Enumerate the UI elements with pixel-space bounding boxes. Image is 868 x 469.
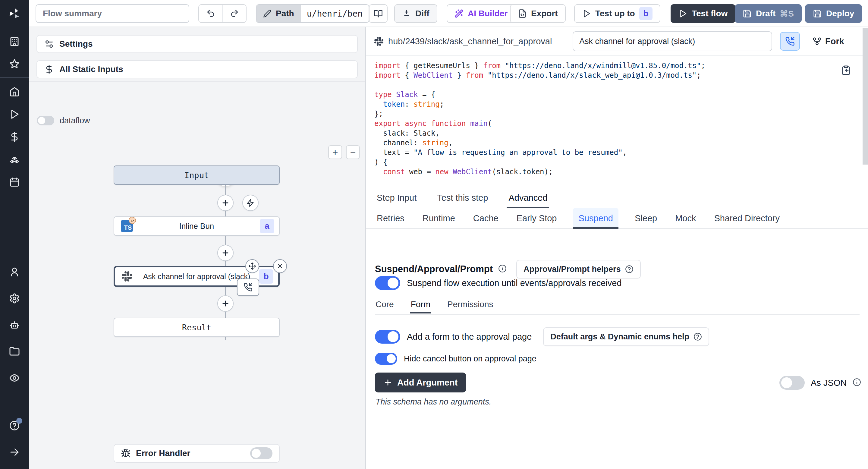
input-node[interactable]: Input: [114, 165, 280, 185]
tab-test-this-step[interactable]: Test this step: [435, 187, 490, 208]
hub-path[interactable]: hub/2439/slack/ask_channel_for_approval: [374, 36, 552, 46]
scrollbar-thumb[interactable]: [863, 28, 868, 164]
as-json-toggle[interactable]: [779, 376, 805, 390]
deploy-button[interactable]: Deploy: [805, 4, 862, 23]
schedules-calendar-icon[interactable]: [5, 173, 24, 191]
book-open-icon: [374, 9, 383, 18]
tab-core[interactable]: Core: [375, 297, 395, 313]
clipboard-paste-icon[interactable]: [841, 65, 851, 76]
ai-builder-button[interactable]: AI Builder: [447, 4, 516, 23]
add-step-button[interactable]: [217, 195, 234, 211]
info-icon[interactable]: [852, 378, 861, 387]
settings-gear-icon[interactable]: [5, 289, 24, 307]
flow-summary-input[interactable]: [36, 4, 189, 23]
runs-play-icon[interactable]: [5, 105, 24, 123]
add-step-button[interactable]: [217, 245, 234, 261]
code-content: import { getResumeUrls } from "https://d…: [374, 61, 705, 177]
tab-mock[interactable]: Mock: [673, 208, 698, 228]
step-name-input[interactable]: [572, 31, 772, 51]
typescript-bun-icon: TS: [121, 220, 133, 232]
help-icon[interactable]: [5, 416, 24, 435]
home-icon[interactable]: [5, 83, 24, 101]
delete-step-button[interactable]: [273, 259, 287, 273]
tab-step-input[interactable]: Step Input: [375, 187, 418, 208]
suspend-phone-badge[interactable]: [237, 279, 259, 296]
user-icon[interactable]: [5, 263, 24, 281]
undo-button[interactable]: [199, 5, 222, 22]
help-notification-dot: [16, 418, 22, 424]
all-static-inputs-button[interactable]: All Static Inputs: [36, 60, 358, 79]
add-step-button[interactable]: [217, 295, 234, 312]
draft-shortcut: ⌘S: [780, 9, 794, 19]
step-node-a[interactable]: TS Inline Bun a: [114, 216, 280, 236]
tab-early-stop[interactable]: Early Stop: [515, 208, 559, 228]
zap-icon: [246, 199, 255, 207]
collapse-arrow-right-icon[interactable]: [5, 443, 24, 461]
error-handler-toggle[interactable]: [250, 447, 273, 459]
variables-dollar-icon[interactable]: [5, 128, 24, 146]
favorites-star-icon[interactable]: [5, 55, 24, 73]
suspend-flow-toggle-label: Suspend flow execution until events/appr…: [407, 278, 622, 288]
redo-button[interactable]: [222, 5, 246, 22]
tab-advanced[interactable]: Advanced: [507, 187, 549, 208]
hide-cancel-toggle[interactable]: [375, 353, 397, 365]
step-tabs: Step Input Test this step Advanced: [366, 187, 868, 208]
hide-cancel-toggle-label: Hide cancel button on approval page: [404, 354, 536, 364]
plus-icon: [221, 199, 230, 207]
tab-sleep[interactable]: Sleep: [633, 208, 659, 228]
tab-permissions[interactable]: Permissions: [447, 297, 494, 313]
resources-boxes-icon[interactable]: [5, 150, 24, 168]
phone-incoming-icon: [785, 36, 795, 46]
zoom-in-button[interactable]: +: [328, 145, 342, 159]
dataflow-toggle[interactable]: [37, 116, 54, 125]
tab-retries[interactable]: Retries: [375, 208, 406, 228]
empty-schema-text: This schema has no arguments.: [375, 397, 491, 407]
dollar-icon: [44, 64, 54, 74]
fork-button[interactable]: Fork: [812, 33, 844, 50]
magic-wand-icon: [455, 9, 464, 18]
graph-canvas[interactable]: dataflow + − Input TS: [29, 82, 365, 469]
step-detail-panel: hub/2439/slack/ask_channel_for_approval …: [365, 27, 868, 469]
export-button[interactable]: Export: [510, 4, 566, 23]
suspend-flow-toggle[interactable]: [375, 276, 400, 290]
test-flow-button[interactable]: Test flow: [671, 4, 735, 23]
add-trigger-button[interactable]: [242, 195, 258, 211]
flow-settings-button[interactable]: Settings: [36, 35, 358, 53]
move-icon: [248, 262, 256, 270]
default-args-help-button[interactable]: Default args & Dynamic enums help: [543, 327, 709, 346]
workers-robot-icon[interactable]: [5, 316, 24, 334]
tab-cache[interactable]: Cache: [471, 208, 500, 228]
result-node[interactable]: Result: [114, 318, 280, 337]
windmill-logo-icon[interactable]: [0, 0, 29, 27]
pencil-icon: [263, 9, 272, 18]
bug-icon: [121, 448, 130, 458]
tab-runtime[interactable]: Runtime: [421, 208, 457, 228]
close-icon: [276, 262, 284, 270]
windmill-flow-editor: Path u/henri/ben Diff AI Builder Export …: [0, 0, 868, 469]
folders-icon[interactable]: [5, 342, 24, 361]
add-argument-button[interactable]: Add Argument: [375, 373, 466, 393]
move-step-button[interactable]: [245, 259, 259, 273]
path-button[interactable]: Path u/henri/ben: [256, 4, 369, 23]
error-handler-card[interactable]: Error Handler: [114, 444, 280, 463]
test-up-to-button[interactable]: Test up to b: [574, 4, 660, 23]
tab-suspend[interactable]: Suspend: [573, 208, 618, 228]
tab-shared-directory[interactable]: Shared Directory: [712, 208, 781, 228]
zoom-out-button[interactable]: −: [346, 145, 360, 159]
flow-graph-panel: Settings All Static Inputs dataflow + − …: [29, 27, 365, 469]
workspace-building-icon[interactable]: [5, 33, 24, 51]
add-form-toggle[interactable]: [375, 330, 400, 344]
draft-button[interactable]: Draft ⌘S: [735, 4, 802, 23]
tab-form[interactable]: Form: [410, 297, 431, 313]
diff-button[interactable]: Diff: [394, 4, 437, 23]
diff-icon: [402, 9, 411, 18]
info-icon[interactable]: [498, 264, 507, 274]
code-editor[interactable]: import { getResumeUrls } from "https://d…: [366, 57, 868, 187]
approval-prompt-helpers-button[interactable]: Approval/Prompt helpers: [516, 260, 641, 279]
phone-incoming-icon: [244, 283, 253, 292]
suspend-phone-button[interactable]: [780, 32, 800, 51]
audit-eye-icon[interactable]: [5, 369, 24, 387]
sidebar: [0, 0, 29, 469]
path-label: Path: [276, 9, 294, 19]
docs-book-button[interactable]: [369, 4, 388, 23]
